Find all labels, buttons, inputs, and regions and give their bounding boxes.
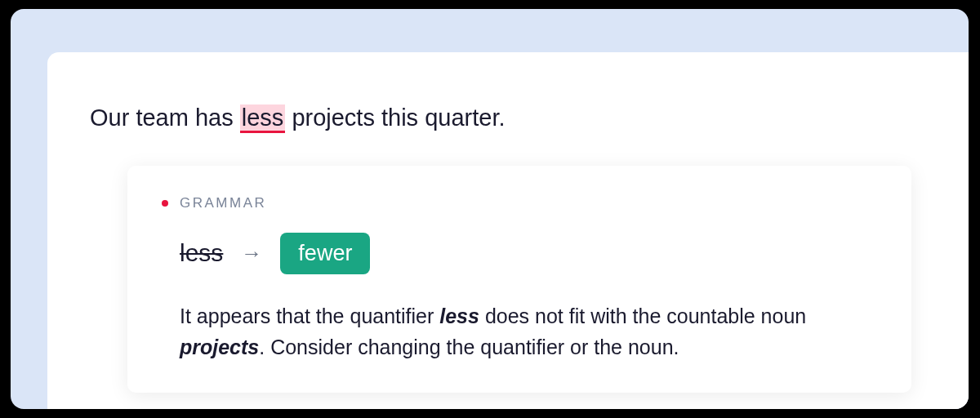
sentence-text[interactable]: Our team has less projects this quarter.	[90, 101, 911, 135]
category-label: GRAMMAR	[180, 195, 266, 211]
suggestion-header: GRAMMAR	[162, 195, 877, 211]
explanation-p2: does not fit with the countable noun	[479, 305, 806, 327]
explanation-emphasis-1: less	[439, 305, 479, 327]
explanation-p3: . Consider changing the quantifier or th…	[259, 336, 679, 358]
replacement-suggestion-button[interactable]: fewer	[280, 233, 370, 274]
category-dot-icon	[162, 200, 168, 207]
original-word: less	[180, 239, 223, 267]
app-background: Our team has less projects this quarter.…	[11, 9, 969, 409]
suggestion-card: GRAMMAR less → fewer It appears that the…	[127, 166, 911, 394]
sentence-before: Our team has	[90, 104, 240, 131]
correction-row: less → fewer	[180, 233, 877, 274]
explanation-text: It appears that the quantifier less does…	[180, 300, 877, 364]
explanation-p1: It appears that the quantifier	[180, 305, 439, 327]
highlighted-error-word[interactable]: less	[240, 104, 286, 133]
editor-panel: Our team has less projects this quarter.…	[47, 52, 969, 409]
arrow-right-icon: →	[241, 241, 262, 266]
sentence-after: projects this quarter.	[285, 104, 505, 131]
explanation-emphasis-2: projects	[180, 336, 259, 358]
